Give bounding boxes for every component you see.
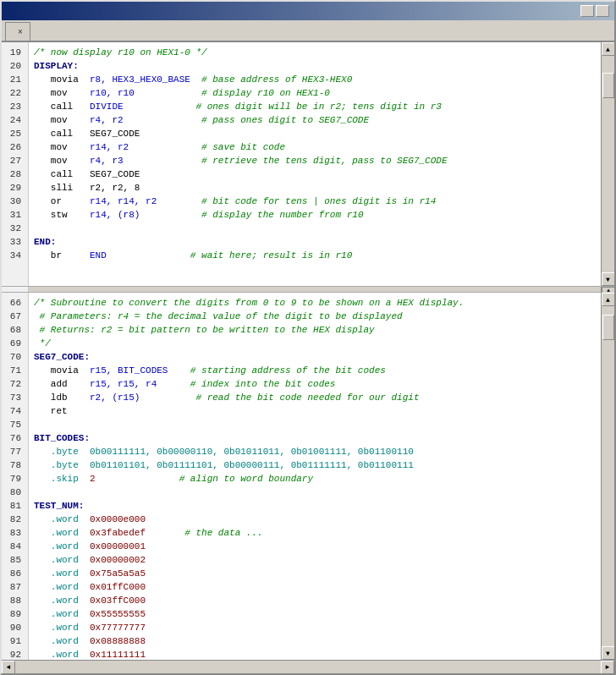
file-tab[interactable]: × [5,22,30,41]
code-segment: 0x3fabedef [90,528,146,538]
line-number: 66 [5,296,25,310]
code-segment: movia [34,365,90,376]
scroll2-thumb[interactable] [602,315,614,340]
code-segment: br [34,250,90,261]
line-number: 19 [5,46,25,59]
code-segment: .word [34,528,90,538]
code-line: .word 0x3fabedef # the data ... [34,526,596,540]
code-segment: ret [34,406,68,416]
code-segment: .word [34,582,90,592]
code-segment: r4, r3 [90,156,124,166]
code-segment: */ [34,338,51,348]
code-segment: .word [34,555,90,565]
code-line: mov r4, r2 # pass ones digit to SEG7_COD… [34,113,596,127]
code-segment: stw [34,210,90,220]
line-number: 81 [5,499,25,513]
code-segment: .byte 0b00111111, 0b00000110, 0b01011011… [34,447,414,457]
line-number: 76 [5,431,25,445]
line-number: 27 [5,154,25,167]
code-segment: # starting address of the bit codes [168,365,385,376]
minimize-button[interactable] [580,5,594,17]
code-line: /* Subroutine to convert the digits from… [34,296,596,310]
code-line: call DIVIDE # ones digit will be in r2; … [34,100,596,113]
code-line: .word 0x00000001 [34,540,596,553]
line-number: 68 [5,323,25,337]
code-line [34,486,596,499]
code-segment: # save bit code [129,142,285,152]
scroll-down-arrow[interactable]: ▼ [602,272,615,286]
line-number: 91 [5,634,25,648]
section2-scrollbar[interactable]: ▲ ▼ [601,293,614,660]
scroll2-up-arrow[interactable]: ▲ [602,293,615,306]
title-bar [2,2,614,20]
scroll-up-arrow[interactable]: ▲ [602,42,615,56]
code-segment: .word [34,609,90,619]
scroll-left-arrow[interactable]: ◄ [2,661,15,674]
scroll-right-arrow[interactable]: ► [601,661,614,674]
code-segment: # read the bit code needed for our digit [140,392,419,403]
line-number: 78 [5,458,25,472]
code-segment: r14, r2 [90,142,129,152]
code-segment: # Returns: r2 = bit pattern to be writte… [34,325,375,335]
line-number: 33 [5,235,25,249]
code-segment: call SEG7_CODE [34,169,140,179]
code-segment: call SEG7_CODE [34,129,140,139]
close-button[interactable] [596,5,609,17]
code-segment: # bit code for tens | ones digit is in r… [157,196,436,206]
section2-code[interactable]: /* Subroutine to convert the digits from… [29,293,601,660]
line-number: 24 [5,113,25,127]
line-number: 71 [5,364,25,377]
code-segment: 0x00000001 [90,541,146,552]
tab-bar: × [2,20,614,42]
divider-line-num-area [2,287,29,292]
code-line: */ [34,337,596,350]
code-segment: .word [34,541,90,552]
code-segment: /* Subroutine to convert the digits from… [34,298,464,308]
line-number: 25 [5,127,25,140]
line-number: 85 [5,553,25,567]
horizontal-scrollbar[interactable]: ◄ ► [2,660,614,673]
code-segment: # pass ones digit to SEG7_CODE [124,115,369,125]
line-number: 75 [5,418,25,431]
code-line: call SEG7_CODE [34,167,596,181]
divider-scroll: ▲ ▼ [601,287,614,292]
code-segment: slli r2, r2, 8 [34,183,140,193]
scroll-thumb[interactable] [602,73,614,98]
line-number: 79 [5,472,25,486]
section1-panel: 19202122232425262728293031323334 /* now … [2,42,614,286]
line-number: 67 [5,310,25,323]
code-segment: 0x75a5a5a5 [90,568,146,579]
code-line: # Returns: r2 = bit pattern to be writte… [34,323,596,337]
line-number: 92 [5,648,25,660]
line-number: 77 [5,445,25,458]
line-number: 86 [5,567,25,580]
line-number: 89 [5,607,25,621]
code-segment: mov [34,115,90,125]
code-line: .byte 0b00111111, 0b00000110, 0b01011011… [34,445,596,458]
code-segment: DIVIDE [90,102,124,112]
code-segment: # index into the bit codes [157,379,335,389]
line-number: 20 [5,59,25,73]
tab-close-button[interactable]: × [18,27,23,36]
code-segment: # display r10 on HEX1-0 [135,88,330,98]
code-segment: mov [34,88,90,98]
code-line: BIT_CODES: [34,431,596,445]
code-segment: or [34,196,90,206]
code-segment: call [34,102,90,112]
code-segment: .word [34,636,90,646]
code-line: movia r15, BIT_CODES # starting address … [34,364,596,377]
code-segment: # retrieve the tens digit, pass to SEG7_… [124,156,448,166]
code-line: .word 0x00000002 [34,553,596,567]
code-segment: .word [34,595,90,606]
code-segment: 0x01ffC000 [90,582,146,592]
code-line: DISPLAY: [34,59,596,73]
code-segment: mov [34,156,90,166]
code-segment: # Parameters: r4 = the decimal value of … [34,311,403,321]
section1-code[interactable]: /* now display r10 on HEX1-0 */DISPLAY: … [29,42,601,286]
code-line: stw r14, (r8) # display the number from … [34,208,596,222]
code-line: call SEG7_CODE [34,127,596,140]
code-segment: # align to word boundary [96,474,313,484]
code-line: mov r10, r10 # display r10 on HEX1-0 [34,86,596,100]
section1-scrollbar[interactable]: ▲ ▼ [601,42,614,286]
scroll2-down-arrow[interactable]: ▼ [602,646,615,660]
